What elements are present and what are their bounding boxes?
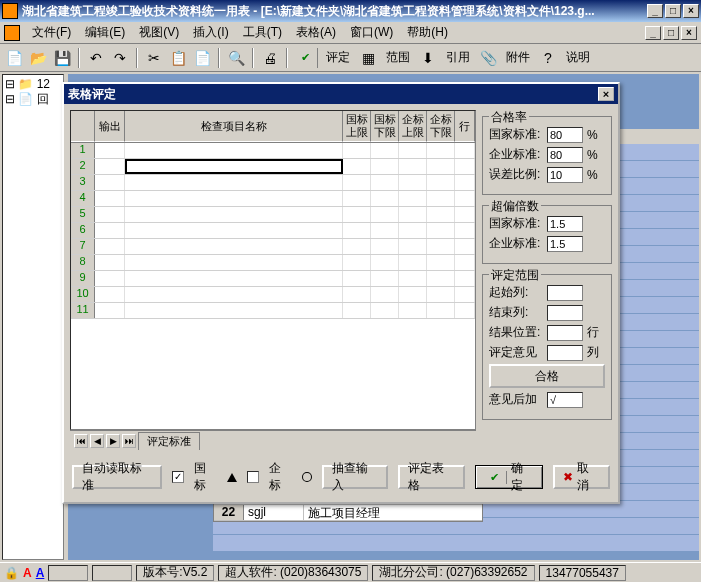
check-icon[interactable]: ✔ [294,48,318,68]
open-icon[interactable]: 📂 [28,48,48,68]
print-icon[interactable]: 🖨 [260,48,280,68]
ok-button[interactable]: ✔确定 [475,465,543,489]
dialog-close-button[interactable]: × [598,87,614,101]
quote-icon[interactable]: ⬇ [418,48,438,68]
help-icon[interactable]: ? [538,48,558,68]
over-guo-input[interactable] [547,216,583,232]
nav-next-icon[interactable]: ▶ [106,434,120,448]
menu-help[interactable]: 帮助(H) [401,22,454,43]
scope-yj-input[interactable] [547,392,583,408]
menu-edit[interactable]: 编辑(E) [79,22,131,43]
grid-row[interactable]: 11 [71,303,475,319]
maximize-button[interactable]: □ [665,4,681,18]
dialog-footer: 自动读取标准 ✓ 国标 企标 抽查输入 评定表格 ✔确定 ✖取消 [64,456,618,502]
menu-table[interactable]: 表格(A) [290,22,342,43]
group-over: 超偏倍数 国家标准: 企业标准: [482,205,612,264]
table-row[interactable]: 22 sgjl 施工项目经理 [214,505,482,521]
guo-checkbox[interactable]: ✓ [172,471,184,483]
qi-checkbox[interactable] [247,471,259,483]
status-version: 版本号:V5.2 [136,565,214,581]
scope-end-input[interactable] [547,305,583,321]
tb-pingding[interactable]: 评定 [322,49,354,66]
menu-file[interactable]: 文件(F) [26,22,77,43]
menu-tool[interactable]: 工具(T) [237,22,288,43]
nav-first-icon[interactable]: ⏮ [74,434,88,448]
tree-node[interactable]: ⊟ 📄 回 [5,91,61,108]
cancel-button[interactable]: ✖取消 [553,465,610,489]
cut-icon[interactable]: ✂ [144,48,164,68]
pass-guo-input[interactable] [547,127,583,143]
undo-icon[interactable]: ↶ [86,48,106,68]
paste-icon[interactable]: 📄 [192,48,212,68]
dialog-titlebar: 表格评定 × [64,84,618,104]
grid-row[interactable]: 4 [71,191,475,207]
menu-insert[interactable]: 插入(I) [187,22,234,43]
chou-button[interactable]: 抽查输入 [322,465,389,489]
tb-yinyong[interactable]: 引用 [442,49,474,66]
pass-wu-input[interactable] [547,167,583,183]
tb-shuoming[interactable]: 说明 [562,49,594,66]
copy-icon[interactable]: 📋 [168,48,188,68]
child-maximize-button[interactable]: □ [663,26,679,40]
grid-row[interactable]: 9 [71,271,475,287]
evaluate-grid[interactable]: 输出 检查项目名称 国标 上限 国标 下限 企标 上限 企标 下限 行 1234… [70,110,476,430]
lock-icon: 🔒 [4,566,19,580]
dialog-table-evaluate: 表格评定 × 输出 检查项目名称 国标 上限 国标 下限 企标 上限 企标 下限… [62,82,620,504]
grid-row[interactable]: 1 [71,143,475,159]
close-button[interactable]: × [683,4,699,18]
font-icon: A [36,566,45,580]
nav-last-icon[interactable]: ⏭ [122,434,136,448]
font-icon: A [23,566,32,580]
range-icon[interactable]: ▦ [358,48,378,68]
redo-icon[interactable]: ↷ [110,48,130,68]
tb-fujian[interactable]: 附件 [502,49,534,66]
menu-view[interactable]: 视图(V) [133,22,185,43]
child-close-button[interactable]: × [681,26,697,40]
tree-panel[interactable]: ⊟ 📁 12 ⊟ 📄 回 [2,74,64,560]
grid-row[interactable]: 6 [71,223,475,239]
menubar: 文件(F) 编辑(E) 视图(V) 插入(I) 工具(T) 表格(A) 窗口(W… [0,22,701,44]
statusbar: 🔒 A A 版本号:V5.2 超人软件: (020)83643075 湖北分公司… [0,562,701,582]
grid-header: 输出 检查项目名称 国标 上限 国标 下限 企标 上限 企标 下限 行 [71,111,475,143]
triangle-icon [227,473,237,482]
minimize-button[interactable]: _ [647,4,663,18]
tb-fanwei[interactable]: 范围 [382,49,414,66]
ping-button[interactable]: 评定表格 [398,465,465,489]
doc-icon [4,25,20,41]
pass-qi-input[interactable] [547,147,583,163]
grid-row[interactable]: 7 [71,239,475,255]
save-icon[interactable]: 💾 [52,48,72,68]
find-icon[interactable]: 🔍 [226,48,246,68]
circle-icon [302,472,312,482]
grid-tabs: ⏮ ◀ ▶ ⏭ 评定标准 [70,430,476,450]
grid-row[interactable]: 5 [71,207,475,223]
grid-row[interactable]: 10 [71,287,475,303]
group-passrate: 合格率 国家标准:% 企业标准:% 误差比例:% [482,116,612,195]
auto-read-button[interactable]: 自动读取标准 [72,465,162,489]
dialog-title: 表格评定 [68,86,116,103]
window-titlebar: 湖北省建筑工程竣工验收技术资料统一用表 - [E:\新建文件夹\湖北省建筑工程资… [0,0,701,22]
hege-button[interactable]: 合格 [489,364,605,388]
new-icon[interactable]: 📄 [4,48,24,68]
status-phone: 13477055437 [539,565,626,581]
scope-op-input[interactable] [547,345,583,361]
nav-prev-icon[interactable]: ◀ [90,434,104,448]
toolbar: 📄 📂 💾 ↶ ↷ ✂ 📋 📄 🔍 🖨 ✔ 评定 ▦ 范围 ⬇ 引用 📎 附件 … [0,44,701,72]
window-title: 湖北省建筑工程竣工验收技术资料统一用表 - [E:\新建文件夹\湖北省建筑工程资… [22,3,647,20]
app-icon [2,3,18,19]
status-company2: 湖北分公司: (027)63392652 [372,565,534,581]
menu-window[interactable]: 窗口(W) [344,22,399,43]
grid-row[interactable]: 8 [71,255,475,271]
attach-icon[interactable]: 📎 [478,48,498,68]
tab-standard[interactable]: 评定标准 [138,432,200,450]
child-minimize-button[interactable]: _ [645,26,661,40]
group-scope: 评定范围 起始列: 结束列: 结果位置:行 评定意见列 合格 意见后加 [482,274,612,420]
tree-node[interactable]: ⊟ 📁 12 [5,77,61,91]
grid-row[interactable]: 3 [71,175,475,191]
grid-row[interactable]: 2 [71,159,475,175]
scope-res-input[interactable] [547,325,583,341]
scope-start-input[interactable] [547,285,583,301]
over-qi-input[interactable] [547,236,583,252]
status-company1: 超人软件: (020)83643075 [218,565,368,581]
